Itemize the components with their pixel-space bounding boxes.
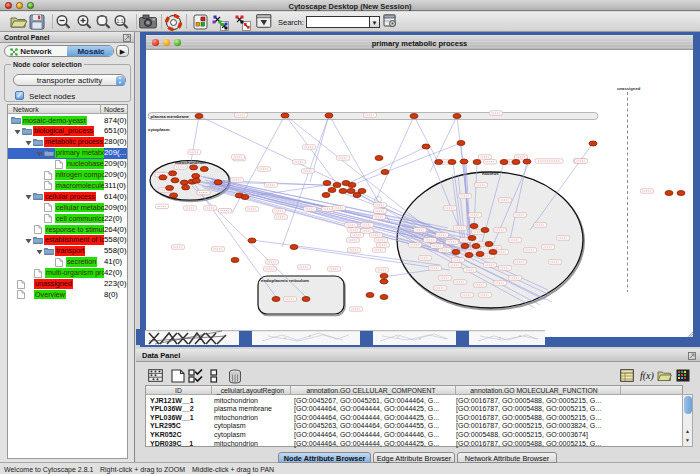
svg-text:1:1: 1:1 <box>117 18 124 24</box>
svg-text:endoplasmic reticulum: endoplasmic reticulum <box>261 278 309 283</box>
svg-text:cytoplasm: cytoplasm <box>148 127 170 132</box>
svg-text:nucleus: nucleus <box>482 171 499 176</box>
svg-text:f(x): f(x) <box>640 370 654 382</box>
svg-text:mitochondrion: mitochondrion <box>175 160 206 165</box>
svg-text:unassigned: unassigned <box>617 86 641 91</box>
svg-text:plasma membrane: plasma membrane <box>151 114 190 119</box>
